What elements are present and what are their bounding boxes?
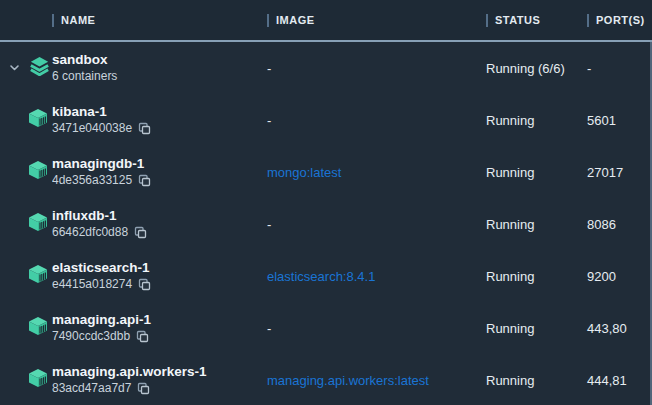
container-id: 3471e040038e (52, 120, 132, 137)
container-row-influxdb[interactable]: influxdb-1 66462dfc0d88 - Running 8086 (0, 198, 652, 250)
status-text: Running (486, 373, 587, 388)
image-link[interactable]: mongo:latest (267, 165, 486, 180)
ports-text: 443,80 (587, 321, 652, 336)
container-id: 66462dfc0d88 (52, 224, 128, 241)
column-separator (587, 14, 589, 27)
container-id: e4415a018274 (52, 276, 132, 293)
column-header-name[interactable]: NAME (52, 14, 267, 27)
group-name: sandbox (52, 51, 257, 68)
container-icon (28, 212, 52, 236)
copy-icon[interactable] (138, 174, 151, 187)
container-name: managing.api.workers-1 (52, 363, 257, 380)
ports-text: 444,81 (587, 373, 652, 388)
group-row-sandbox[interactable]: sandbox 6 containers - Running (6/6) - (0, 42, 652, 94)
container-icon (28, 160, 52, 184)
container-id: 7490ccdc3dbb (52, 328, 130, 345)
group-subtitle: 6 containers (52, 68, 117, 85)
container-name: elasticsearch-1 (52, 259, 257, 276)
image-cell: - (267, 61, 486, 76)
compose-stack-icon (28, 55, 52, 82)
image-link[interactable]: managing.api.workers:latest (267, 373, 486, 388)
container-row-managingdb[interactable]: managingdb-1 4de356a33125 mongo:latest R… (0, 146, 652, 198)
container-icon (28, 108, 52, 132)
image-cell: - (267, 321, 486, 336)
container-icon (28, 368, 52, 392)
container-row-kibana[interactable]: kibana-1 3471e040038e - Running 5601 (0, 94, 652, 146)
column-header-status[interactable]: STATUS (486, 14, 587, 27)
container-id: 4de356a33125 (52, 172, 132, 189)
container-row-managing-api[interactable]: managing.api-1 7490ccdc3dbb - Running 44… (0, 302, 652, 354)
ports-text: 27017 (587, 165, 652, 180)
copy-icon[interactable] (138, 122, 151, 135)
container-icon (28, 316, 52, 340)
column-separator (486, 14, 488, 27)
ports-text: 9200 (587, 269, 652, 284)
status-text: Running (486, 165, 587, 180)
container-name: managing.api-1 (52, 311, 257, 328)
table-header: NAME IMAGE STATUS PORT(S) (0, 0, 652, 42)
container-name: kibana-1 (52, 103, 257, 120)
image-cell: - (267, 113, 486, 128)
image-cell: - (267, 217, 486, 232)
ports-text: - (587, 61, 652, 76)
copy-icon[interactable] (137, 382, 150, 395)
container-name: managingdb-1 (52, 155, 257, 172)
copy-icon[interactable] (134, 226, 147, 239)
status-text: Running (486, 321, 587, 336)
container-icon (28, 264, 52, 288)
container-row-elasticsearch[interactable]: elasticsearch-1 e4415a018274 elasticsear… (0, 250, 652, 302)
column-separator (52, 14, 54, 27)
containers-table: NAME IMAGE STATUS PORT(S) sandbox 6 cont… (0, 0, 652, 405)
container-row-managing-api-workers[interactable]: managing.api.workers-1 83acd47aa7d7 mana… (0, 354, 652, 405)
image-link[interactable]: elasticsearch:8.4.1 (267, 269, 486, 284)
ports-text: 5601 (587, 113, 652, 128)
column-separator (267, 14, 269, 27)
status-text: Running (486, 217, 587, 232)
expand-toggle[interactable] (0, 59, 28, 77)
column-header-image[interactable]: IMAGE (267, 14, 486, 27)
status-text: Running (486, 269, 587, 284)
copy-icon[interactable] (136, 330, 149, 343)
column-header-ports[interactable]: PORT(S) (587, 14, 652, 27)
copy-icon[interactable] (138, 278, 151, 291)
status-text: Running (6/6) (486, 61, 587, 76)
container-name: influxdb-1 (52, 207, 257, 224)
container-id: 83acd47aa7d7 (52, 380, 131, 397)
ports-text: 8086 (587, 217, 652, 232)
status-text: Running (486, 113, 587, 128)
chevron-down-icon (9, 59, 20, 77)
